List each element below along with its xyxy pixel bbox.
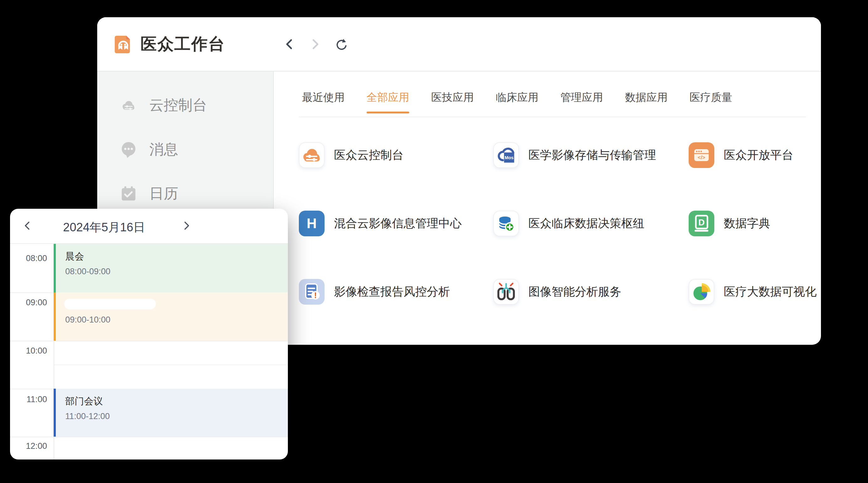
app-report-risk-analysis[interactable]: ! 影像检查报告风控分析 — [299, 279, 493, 305]
app-label: 医众临床数据决策枢纽 — [528, 216, 644, 231]
tab-recent[interactable]: 最近使用 — [302, 90, 345, 114]
event-time: 09:00-10:00 — [65, 315, 288, 325]
app-grid: 医众云控制台 Mos 医学影像存储与传输管理 — [299, 142, 821, 305]
app-cloud-console[interactable]: 医众云控制台 — [299, 142, 493, 168]
calendar-next-button[interactable] — [181, 220, 192, 231]
event-morning-meeting[interactable]: 晨会 08:00-09:00 — [54, 244, 288, 292]
app-hybrid-cloud-imaging[interactable]: H 混合云影像信息管理中心 — [299, 211, 493, 236]
letter-h-icon: H — [299, 211, 324, 236]
sidebar-item-label: 消息 — [149, 140, 178, 159]
app-label: 混合云影像信息管理中心 — [334, 216, 462, 231]
calendar-prev-button[interactable] — [22, 220, 33, 231]
tab-data-apps[interactable]: 数据应用 — [625, 90, 668, 114]
event-time: 08:00-09:00 — [65, 267, 288, 277]
lungs-icon — [494, 279, 518, 305]
event-department-meeting[interactable]: 部门会议 11:00-12:00 — [54, 389, 288, 437]
cloud-settings-icon — [120, 97, 137, 114]
event-time: 11:00-12:00 — [65, 412, 288, 421]
half-hour-line — [54, 364, 288, 365]
calendar-check-icon — [120, 185, 137, 202]
tab-bar: 最近使用 全部应用 医技应用 临床应用 管理应用 数据应用 医疗质量 — [302, 90, 821, 114]
sidebar-item-messages[interactable]: 消息 — [97, 127, 273, 171]
svg-text:Mos: Mos — [504, 155, 514, 160]
hour-line — [10, 341, 288, 341]
app-data-dictionary[interactable]: D 数据字典 — [689, 211, 821, 236]
tab-clinical-apps[interactable]: 临床应用 — [496, 90, 538, 114]
tab-divider — [299, 117, 806, 117]
svg-text:!: ! — [314, 291, 317, 300]
dictionary-book-icon: D — [689, 211, 714, 236]
app-label: 图像智能分析服务 — [528, 284, 621, 300]
time-label: 11:00 — [10, 395, 47, 404]
back-button[interactable] — [283, 38, 296, 51]
app-label: 医众云控制台 — [334, 147, 404, 163]
app-label: 数据字典 — [724, 216, 770, 231]
tab-all-apps[interactable]: 全部应用 — [367, 90, 409, 114]
app-label: 医疗大数据可视化 — [724, 284, 816, 300]
time-label: 10:00 — [10, 346, 47, 356]
svg-text:H: H — [307, 216, 317, 231]
calendar-grid: 08:00 09:00 10:00 11:00 12:00 晨会 08:00-0… — [10, 244, 288, 459]
cloud-console-icon — [300, 142, 324, 168]
app-open-platform[interactable]: </> 医众开放平台 — [689, 142, 821, 168]
back-icon — [283, 38, 296, 51]
calendar-date: 2024年5月16日 — [48, 219, 160, 235]
redacted-event-title — [64, 299, 156, 309]
app-clinical-data-hub[interactable]: 医众临床数据决策枢纽 — [493, 211, 689, 236]
nav-buttons — [283, 38, 347, 51]
sidebar-item-label: 云控制台 — [149, 96, 207, 115]
app-bigdata-visualization[interactable]: 医疗大数据可视化 — [689, 279, 821, 305]
refresh-button[interactable] — [335, 38, 347, 51]
pie-chart-icon — [689, 279, 714, 305]
database-plus-icon — [494, 211, 518, 236]
code-window-icon: </> — [689, 142, 714, 168]
app-content: 最近使用 全部应用 医技应用 临床应用 管理应用 数据应用 医疗质量 — [274, 71, 821, 345]
app-image-storage[interactable]: Mos 医学影像存储与传输管理 — [493, 142, 689, 168]
app-label: 影像检查报告风控分析 — [334, 284, 450, 300]
app-title: 医众工作台 — [141, 33, 225, 55]
hour-line — [10, 437, 288, 437]
tab-management-apps[interactable]: 管理应用 — [560, 90, 603, 114]
forward-icon — [309, 38, 321, 51]
svg-text:D: D — [699, 218, 705, 227]
refresh-icon — [335, 38, 347, 51]
tab-medtech-apps[interactable]: 医技应用 — [431, 90, 474, 114]
calendar-panel: 2024年5月16日 08:00 09:00 10:00 11:00 12:00… — [10, 209, 288, 459]
event-hidden[interactable]: 09:00-10:00 — [54, 292, 288, 341]
app-label: 医众开放平台 — [724, 147, 794, 163]
time-label: 12:00 — [10, 441, 47, 451]
app-logo-icon — [114, 34, 133, 55]
mos-cloud-icon: Mos — [494, 142, 518, 168]
sidebar-item-label: 日历 — [149, 184, 178, 203]
report-alert-icon: ! — [299, 279, 324, 305]
sidebar-item-cloud-console[interactable]: 云控制台 — [97, 83, 273, 127]
event-title: 部门会议 — [65, 395, 288, 408]
calendar-header: 2024年5月16日 — [10, 209, 288, 244]
titlebar: 医众工作台 — [97, 17, 821, 71]
message-icon — [120, 141, 137, 158]
event-title: 晨会 — [65, 250, 288, 263]
svg-text:</>: </> — [698, 155, 706, 160]
time-label: 08:00 — [10, 254, 47, 263]
app-image-ai-analysis[interactable]: 图像智能分析服务 — [493, 279, 689, 305]
app-label: 医学影像存储与传输管理 — [528, 147, 656, 163]
time-label: 09:00 — [10, 298, 47, 308]
forward-button[interactable] — [309, 38, 321, 51]
tab-quality[interactable]: 医疗质量 — [689, 90, 732, 114]
